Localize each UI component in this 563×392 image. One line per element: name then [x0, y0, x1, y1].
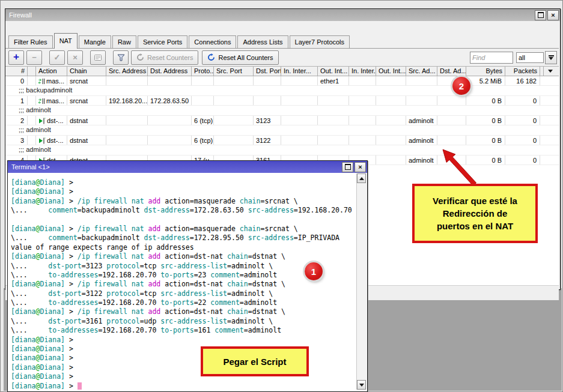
table-cell [318, 116, 349, 125]
remove-rule-button[interactable]: − [26, 50, 42, 65]
column-header[interactable]: In. Inter... [281, 67, 318, 76]
terminal-line: [diana@Diana] > /ip firewall nat add act… [11, 197, 355, 206]
terminal-window-title: Terminal <1> [11, 163, 341, 170]
maximize-button[interactable] [535, 10, 546, 20]
firewall-window-title: Firewall [9, 11, 534, 19]
tab-connections[interactable]: Connections [189, 35, 236, 48]
column-header[interactable]: Src. Address [106, 67, 148, 76]
terminal-line: \... dst-port=3161 protocol=udp src-addr… [11, 317, 355, 326]
table-cell: srcnat [67, 96, 106, 105]
find-input[interactable] [470, 52, 513, 64]
tab-raw[interactable]: Raw [112, 35, 136, 48]
table-cell: 1 [6, 96, 28, 105]
terminal-scrollbar[interactable] [356, 173, 367, 390]
column-header[interactable]: Bytes [466, 67, 505, 76]
table-cell: ether1 [318, 76, 349, 85]
comment-row[interactable]: ;;; backupadminolt [5, 86, 559, 96]
comment-button[interactable] [90, 50, 106, 65]
reset-all-counters-button[interactable]: Reset All Counters [202, 50, 278, 65]
table-cell [349, 96, 376, 105]
column-header[interactable] [28, 67, 36, 76]
terminal-line: [diana@Diana] > /ip firewall nat add act… [11, 252, 355, 261]
tab-filter-rules[interactable]: Filter Rules [8, 35, 53, 48]
dst-nat-icon [38, 137, 46, 144]
filter-button[interactable] [113, 50, 129, 65]
firewall-titlebar[interactable]: Firewall × [5, 9, 560, 21]
column-header[interactable]: Src. Ad... [406, 67, 437, 76]
comment-row[interactable]: ;;; adminolt [5, 106, 559, 116]
table-cell [376, 96, 406, 105]
column-header[interactable]: Src. Port [214, 67, 254, 76]
minus-icon: − [32, 53, 37, 61]
tab-nat[interactable]: NAT [54, 33, 78, 49]
table-cell: 0 B [466, 96, 505, 105]
table-cell: 0 [505, 96, 540, 105]
terminal-line: \... to-addresses=192.168.20.70 to-ports… [11, 326, 355, 335]
table-cell [376, 116, 406, 125]
table-cell [106, 116, 148, 125]
table-cell: dstnat [67, 136, 106, 145]
firewall-toolbar: + − ✓ × Reset Counters Reset All Counter… [5, 49, 559, 66]
tab-mangle[interactable]: Mangle [79, 35, 111, 48]
table-cell [254, 96, 281, 105]
step-1-badge: 1 [305, 262, 323, 280]
scroll-up-button[interactable] [357, 173, 366, 183]
table-body: 0mas...srcnatether15.2 MiB16 182;;; back… [5, 76, 559, 165]
tab-service-ports[interactable]: Service Ports [138, 35, 187, 48]
table-row[interactable]: 3dst-...dstnat6 (tcp)3122adminolt0 B0 [5, 136, 559, 145]
column-header[interactable]: In. Inter... [349, 67, 376, 76]
table-cell: 3122 [254, 136, 281, 145]
column-header[interactable]: Out. Int... [376, 67, 406, 76]
table-header-row: #ActionChainSrc. AddressDst. AddressProt… [5, 67, 559, 76]
scroll-down-button[interactable] [357, 380, 366, 390]
table-cell: 3 [6, 136, 28, 145]
masquerade-icon [38, 98, 45, 104]
tab-layer7-protocols[interactable]: Layer7 Protocols [290, 35, 350, 48]
close-button[interactable]: × [547, 10, 559, 20]
terminal-line [11, 216, 355, 225]
terminal-line: [diana@Diana] > /ip firewall nat add act… [11, 225, 355, 234]
column-header[interactable]: Proto... [192, 67, 214, 76]
disable-rule-button[interactable]: × [67, 50, 83, 65]
table-cell [148, 76, 192, 85]
column-header[interactable]: Dst. Address [148, 67, 192, 76]
column-header[interactable]: Dst. Port [254, 67, 281, 76]
table-cell [406, 76, 437, 85]
enable-rule-button[interactable]: ✓ [49, 50, 65, 65]
add-rule-button[interactable]: + [8, 50, 24, 65]
reset-counters-button[interactable]: Reset Counters [131, 50, 198, 65]
column-header[interactable]: Packets [505, 67, 540, 76]
table-cell [437, 136, 466, 145]
terminal-close-button[interactable]: × [355, 162, 366, 172]
table-cell [28, 96, 36, 105]
table-cell [214, 76, 254, 85]
column-header[interactable]: # [6, 67, 28, 76]
terminal-line: \... comment=backupadminolt dst-address=… [11, 206, 355, 215]
table-row[interactable]: 2dst-...dstnat6 (tcp)3123adminolt0 B0 [5, 116, 559, 125]
maximize-icon [538, 12, 544, 18]
column-header[interactable]: Chain [67, 67, 106, 76]
terminal-line: \... to-addresses=192.168.20.70 to-ports… [11, 298, 355, 307]
terminal-titlebar[interactable]: Terminal <1> × [8, 161, 367, 173]
terminal-line: \... comment=backupadminolt dst-address=… [11, 234, 355, 243]
filter-scope-dropdown-button[interactable] [545, 51, 557, 64]
tab-address-lists[interactable]: Address Lists [237, 35, 288, 48]
terminal-maximize-button[interactable] [342, 162, 353, 172]
nat-verification-callout: Verificar que esté la Redirección de pue… [412, 184, 538, 243]
dst-nat-icon [38, 118, 46, 124]
table-cell: mas... [36, 96, 67, 105]
reset-all-counters-icon [207, 53, 215, 61]
comment-row[interactable]: ;;; adminolt [5, 125, 559, 136]
filter-scope-combobox[interactable]: all [516, 52, 544, 63]
comment-row[interactable]: ;;; adminolt [5, 145, 559, 155]
column-selector-button[interactable] [543, 67, 557, 76]
table-cell: 5.2 MiB [466, 76, 505, 85]
filter-funnel-icon [117, 54, 125, 61]
terminal-content[interactable]: [diana@Diana] > [diana@Diana] > [diana@D… [8, 173, 366, 390]
column-header[interactable]: Action [36, 67, 67, 76]
table-row[interactable]: 1mas...srcnat192.168.20...172.28.63.500 … [5, 96, 559, 106]
table-row[interactable]: 0mas...srcnatether15.2 MiB16 182 [5, 76, 559, 86]
column-header[interactable]: Dst. Ad... [437, 67, 466, 76]
column-header[interactable]: Out. Int... [318, 67, 349, 76]
close-icon: × [551, 12, 555, 19]
